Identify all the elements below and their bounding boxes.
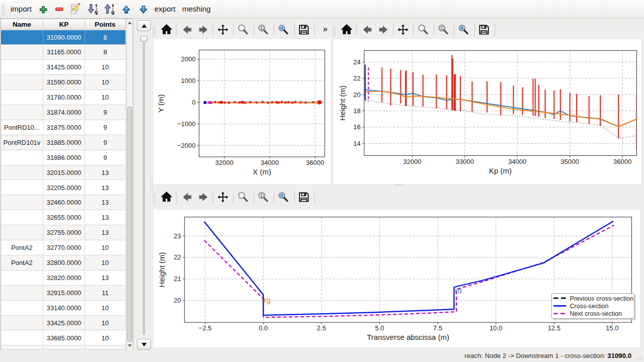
svg-text:Height (m): Height (m) xyxy=(157,252,166,287)
svg-text:34000: 34000 xyxy=(508,158,526,165)
svg-text:Height (m): Height (m) xyxy=(338,85,347,121)
svg-text:21: 21 xyxy=(174,275,181,283)
svg-text:2000: 2000 xyxy=(181,55,196,63)
svg-text:rd: rd xyxy=(455,286,462,295)
svg-text:20: 20 xyxy=(174,297,181,304)
svg-text:−2.5: −2.5 xyxy=(199,324,212,332)
svg-text:5.0: 5.0 xyxy=(375,324,384,332)
svg-text:Y (m): Y (m) xyxy=(156,95,165,113)
svg-text:X (m): X (m) xyxy=(253,167,271,176)
svg-text:Previous cross-section: Previous cross-section xyxy=(570,295,634,302)
svg-text:22: 22 xyxy=(174,253,181,261)
svg-text:33000: 33000 xyxy=(456,158,474,165)
svg-text:1000: 1000 xyxy=(181,77,196,84)
svg-text:12.5: 12.5 xyxy=(548,324,560,332)
svg-text:35000: 35000 xyxy=(561,158,579,165)
svg-text:Kp (m): Kp (m) xyxy=(489,166,512,175)
svg-text:36000: 36000 xyxy=(306,159,324,166)
svg-text:Next cross-section: Next cross-section xyxy=(570,310,622,317)
svg-text:32000: 32000 xyxy=(215,159,233,166)
svg-text:18: 18 xyxy=(353,107,360,115)
svg-text:0.0: 0.0 xyxy=(259,324,268,332)
svg-text:2.5: 2.5 xyxy=(317,324,326,332)
svg-text:rg: rg xyxy=(264,296,271,304)
svg-text:0: 0 xyxy=(192,99,195,106)
svg-text:23: 23 xyxy=(174,232,181,240)
svg-text:34000: 34000 xyxy=(261,159,279,166)
svg-text:Cross-section: Cross-section xyxy=(570,303,609,310)
svg-text:Transverse abscissa (m): Transverse abscissa (m) xyxy=(367,333,449,341)
svg-text:36000: 36000 xyxy=(613,158,631,165)
svg-text:−2000: −2000 xyxy=(177,142,196,149)
svg-text:24: 24 xyxy=(353,58,360,66)
svg-text:10.0: 10.0 xyxy=(490,324,502,332)
svg-text:16: 16 xyxy=(353,123,360,131)
svg-text:22: 22 xyxy=(353,74,360,82)
svg-text:32000: 32000 xyxy=(403,158,421,165)
svg-text:14: 14 xyxy=(353,140,360,147)
svg-text:7.5: 7.5 xyxy=(433,324,442,332)
svg-text:15.0: 15.0 xyxy=(606,324,618,332)
svg-text:20: 20 xyxy=(353,91,360,99)
svg-text:−1000: −1000 xyxy=(177,120,196,128)
